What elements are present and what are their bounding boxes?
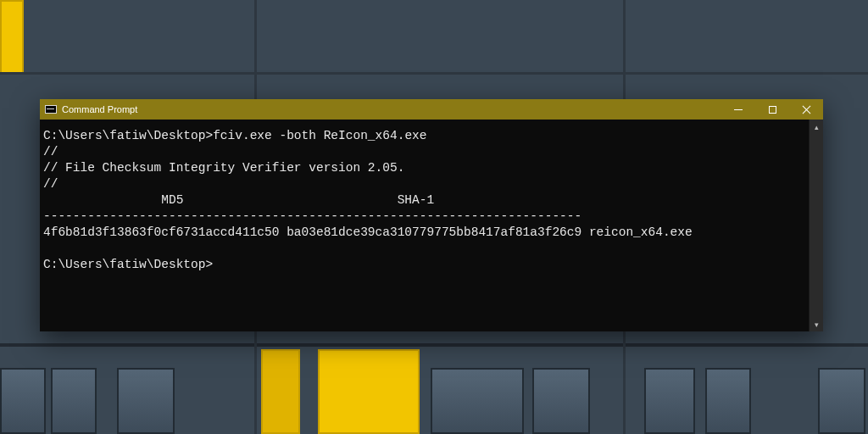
close-icon xyxy=(802,105,811,114)
window-titlebar[interactable]: Command Prompt xyxy=(40,99,823,120)
chevron-up-icon: ▴ xyxy=(815,123,819,131)
minimize-button[interactable] xyxy=(721,99,755,120)
window-title: Command Prompt xyxy=(62,104,137,114)
minimize-icon xyxy=(734,109,743,110)
output-line: // xyxy=(43,145,58,159)
maximize-button[interactable] xyxy=(755,99,789,120)
chevron-down-icon: ▾ xyxy=(815,320,819,329)
output-line: // File Checksum Integrity Verifier vers… xyxy=(43,161,404,175)
terminal-output[interactable]: C:\Users\fatiw\Desktop>fciv.exe -both Re… xyxy=(40,120,809,331)
hash-header: MD5 SHA-1 xyxy=(43,193,434,207)
prompt-path: C:\Users\fatiw\Desktop> xyxy=(43,258,213,271)
window-client-area: C:\Users\fatiw\Desktop>fciv.exe -both Re… xyxy=(40,120,823,331)
output-line: // xyxy=(43,177,58,191)
prompt-command: fciv.exe -both ReIcon_x64.exe xyxy=(213,129,426,142)
maximize-icon xyxy=(769,106,776,114)
vertical-scrollbar[interactable]: ▴ ▾ xyxy=(809,120,823,331)
scroll-up-button[interactable]: ▴ xyxy=(810,120,824,134)
scroll-down-button[interactable]: ▾ xyxy=(810,317,824,331)
hash-result-line: 4f6b81d3f13863f0cf6731accd411c50 ba03e81… xyxy=(43,225,693,239)
prompt-path: C:\Users\fatiw\Desktop> xyxy=(43,129,213,142)
separator-line: ----------------------------------------… xyxy=(43,209,581,223)
close-button[interactable] xyxy=(789,99,823,120)
cmd-system-icon xyxy=(45,105,57,114)
command-prompt-window: Command Prompt C:\Users\fatiw\Desktop>fc… xyxy=(40,99,823,331)
